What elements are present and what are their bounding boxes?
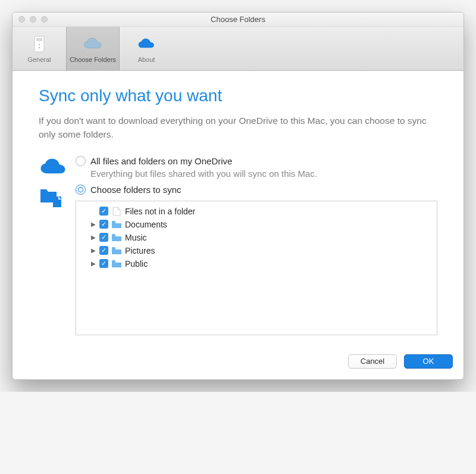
tree-item-label: Music xyxy=(125,233,147,242)
toolbar-tab-label: Choose Folders xyxy=(70,56,116,63)
toolbar-tab-about[interactable]: About xyxy=(120,27,173,70)
radio-choose-folders[interactable] xyxy=(76,185,86,195)
svg-point-2 xyxy=(39,44,40,46)
zoom-window-button[interactable] xyxy=(41,16,48,23)
svg-rect-8 xyxy=(112,260,115,262)
radio-all-files-label: All files and folders on my OneDrive xyxy=(90,156,232,166)
disclosure-icon[interactable]: ▶ xyxy=(90,222,96,227)
folder-icon xyxy=(111,219,122,230)
checkbox[interactable]: ✓ xyxy=(99,207,108,216)
tree-item-label: Documents xyxy=(125,220,167,229)
traffic-lights xyxy=(18,16,48,23)
folder-tree[interactable]: ▶ ✓ Files not in a folder ▶ ✓ Docum xyxy=(76,201,437,335)
general-icon xyxy=(29,34,49,54)
cloud-icon xyxy=(136,34,156,54)
titlebar: Choose Folders xyxy=(12,13,464,27)
tree-item-label: Public xyxy=(125,259,148,269)
cloud-icon xyxy=(39,157,68,180)
radio-all-files[interactable] xyxy=(76,156,86,166)
tree-item-label: Files not in a folder xyxy=(125,207,195,216)
folder-icon xyxy=(111,245,122,256)
disclosure-icon[interactable]: ▶ xyxy=(90,248,96,254)
tree-row-pictures[interactable]: ▶ ✓ Pictures xyxy=(76,244,437,257)
minimize-window-button[interactable] xyxy=(30,16,36,23)
radio-choose-folders-label: Choose folders to sync xyxy=(90,185,181,195)
tree-row-public[interactable]: ▶ ✓ Public xyxy=(76,257,437,270)
folder-icon xyxy=(111,258,122,269)
checkbox[interactable]: ✓ xyxy=(99,220,108,229)
page-description: If you don't want to download everything… xyxy=(39,114,437,142)
option-choose-row: Choose folders to sync ▶ ✓ Files not in … xyxy=(39,185,437,335)
window: Choose Folders General Choose Folders xyxy=(12,12,464,380)
toolbar: General Choose Folders About xyxy=(12,27,464,71)
checkbox[interactable]: ✓ xyxy=(99,233,108,242)
tree-item-label: Pictures xyxy=(125,246,155,255)
svg-rect-5 xyxy=(112,221,115,223)
checkbox[interactable]: ✓ xyxy=(99,259,108,268)
toolbar-tab-label: General xyxy=(27,56,51,63)
toolbar-tab-general[interactable]: General xyxy=(12,27,66,70)
svg-rect-1 xyxy=(36,38,42,41)
svg-rect-7 xyxy=(112,247,115,249)
button-bar: Cancel OK xyxy=(12,346,464,379)
svg-point-3 xyxy=(39,47,40,49)
file-icon xyxy=(111,206,122,217)
close-window-button[interactable] xyxy=(18,16,25,23)
cancel-button[interactable]: Cancel xyxy=(348,354,397,369)
tree-row-documents[interactable]: ▶ ✓ Documents xyxy=(76,218,437,231)
folder-icon xyxy=(111,232,122,243)
svg-rect-6 xyxy=(112,234,115,236)
svg-rect-4 xyxy=(53,197,61,207)
content-pane: Sync only what you want If you don't wan… xyxy=(12,71,464,346)
page-heading: Sync only what you want xyxy=(39,86,437,105)
disclosure-icon[interactable]: ▶ xyxy=(90,235,96,241)
disclosure-icon[interactable]: ▶ xyxy=(90,261,96,267)
cloud-icon xyxy=(83,34,103,54)
toolbar-tab-label: About xyxy=(138,56,155,63)
folders-icon xyxy=(39,186,66,213)
toolbar-tab-choose-folders[interactable]: Choose Folders xyxy=(66,27,120,70)
ok-button[interactable]: OK xyxy=(404,354,453,369)
window-title: Choose Folders xyxy=(12,15,464,24)
option-all-row: All files and folders on my OneDrive Eve… xyxy=(39,156,437,180)
tree-row-music[interactable]: ▶ ✓ Music xyxy=(76,231,437,244)
radio-all-files-sublabel: Everything but files shared with you wil… xyxy=(90,169,437,179)
tree-row-files-not-in-folder[interactable]: ▶ ✓ Files not in a folder xyxy=(76,205,437,218)
checkbox[interactable]: ✓ xyxy=(99,246,108,255)
